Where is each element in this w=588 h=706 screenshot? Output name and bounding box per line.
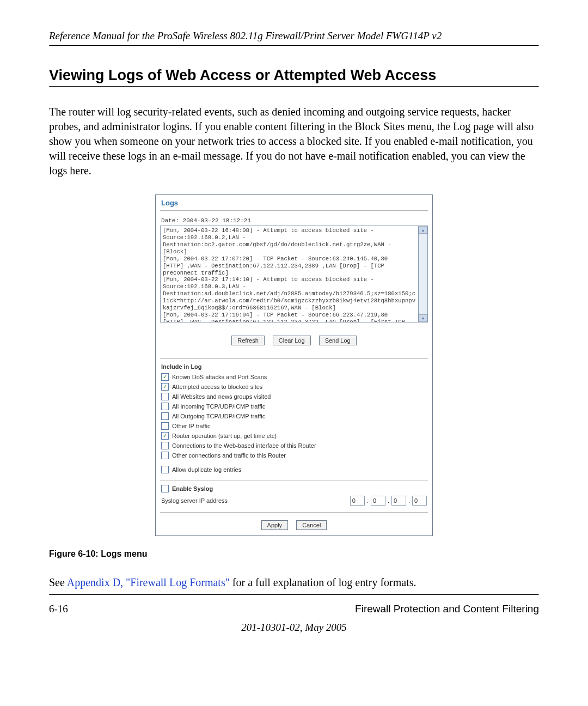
title-rule [49,86,539,87]
log-scrollbar[interactable]: ▴ ▾ [419,226,428,322]
allow-duplicate-checkbox[interactable] [161,466,169,473]
include-checkbox[interactable]: ✓ [161,432,169,440]
enable-syslog-checkbox[interactable] [161,485,169,492]
include-checkbox[interactable]: ✓ [161,373,169,381]
include-item[interactable]: Other IP traffic [156,421,432,431]
include-checkbox[interactable] [161,422,169,430]
include-checkbox[interactable] [161,412,169,420]
include-checkbox[interactable] [161,442,169,449]
clear-log-button[interactable]: Clear Log [273,336,311,345]
see-line: See Appendix D, "Firewall Log Formats" f… [49,575,539,590]
apply-button[interactable]: Apply [261,520,289,530]
refresh-button[interactable]: Refresh [231,336,265,345]
include-label: Other connections and traffic to this Ro… [172,452,286,459]
include-label: All Websites and news groups visited [172,393,271,400]
date-line: Date: 2004-03-22 18:12:21 [156,217,432,226]
send-log-button[interactable]: Send Log [319,336,357,345]
include-label: Attempted access to blocked sites [172,384,262,390]
include-item[interactable]: ✓Router operation (start up, get time et… [156,431,432,441]
scroll-down-icon[interactable]: ▾ [419,314,427,322]
screenshot-figure: Logs Date: 2004-03-22 18:12:21 [Mon, 200… [49,194,539,536]
ip-octet-3[interactable]: 0 [391,496,406,506]
include-item[interactable]: Other connections and traffic to this Ro… [156,451,432,460]
section-title: Viewing Logs of Web Access or Attempted … [49,67,539,84]
include-label: All Outgoing TCP/UDP/ICMP traffic [172,413,265,419]
cancel-button[interactable]: Cancel [296,520,327,530]
manual-header: Reference Manual for the ProSafe Wireles… [49,30,539,42]
ip-octet-4[interactable]: 0 [412,496,427,506]
ip-octet-1[interactable]: 0 [350,496,365,506]
footer-rule [49,594,539,595]
allow-duplicate-label: Allow duplicate log entries [172,466,241,473]
include-item[interactable]: ✓Attempted access to blocked sites [156,382,432,392]
body-paragraph: The router will log security-related eve… [49,105,539,178]
include-item[interactable]: All Websites and news groups visited [156,392,432,401]
include-item[interactable]: Connections to the Web-based interface o… [156,441,432,451]
panel-rule [160,210,428,211]
footer-section: Firewall Protection and Content Filterin… [355,603,539,615]
include-checkbox[interactable] [161,393,169,400]
include-checkbox[interactable] [161,452,169,459]
include-label: Known DoS attacks and Port Scans [172,374,267,380]
page-number: 6-16 [49,603,68,615]
log-textarea[interactable]: [Mon, 2004-03-22 16:48:08] - Attempt to … [160,226,419,322]
footer-row: 6-16 Firewall Protection and Content Fil… [49,600,539,615]
panel-title: Logs [156,195,432,210]
include-label: Connections to the Web-based interface o… [172,442,316,449]
ip-octet-2[interactable]: 0 [371,496,385,506]
syslog-ip-label: Syslog server IP address [161,497,228,504]
include-in-log-heading: Include in Log [156,362,432,372]
syslog-ip-inputs[interactable]: 0. 0. 0. 0 [350,496,427,506]
include-checkbox[interactable] [161,403,169,410]
figure-caption: Figure 6-10: Logs menu [49,549,539,559]
allow-duplicate-row[interactable]: Allow duplicate log entries [156,465,432,474]
include-checkbox[interactable]: ✓ [161,383,169,391]
enable-syslog-label: Enable Syslog [172,485,213,492]
include-item[interactable]: All Incoming TCP/UDP/ICMP traffic [156,401,432,411]
appendix-link[interactable]: Appendix D, "Firewall Log Formats" [67,576,230,588]
logs-panel: Logs Date: 2004-03-22 18:12:21 [Mon, 200… [155,194,433,536]
include-label: All Incoming TCP/UDP/ICMP traffic [172,403,265,410]
include-label: Other IP traffic [172,423,211,429]
scroll-up-icon[interactable]: ▴ [419,226,427,234]
include-label: Router operation (start up, get time etc… [172,433,277,439]
header-rule [49,45,539,46]
include-item[interactable]: All Outgoing TCP/UDP/ICMP traffic [156,411,432,421]
include-item[interactable]: ✓Known DoS attacks and Port Scans [156,372,432,382]
footer-docnum: 201-10301-02, May 2005 [49,622,539,634]
